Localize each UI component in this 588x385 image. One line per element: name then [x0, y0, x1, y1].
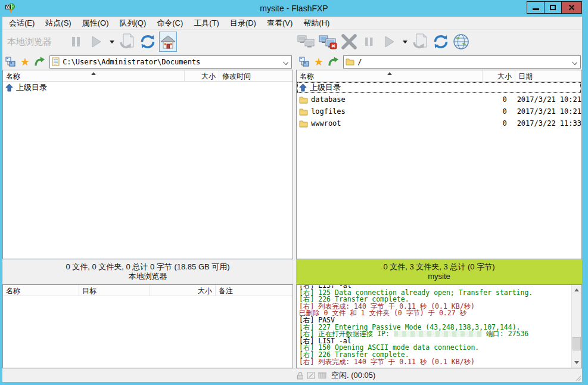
item-name: wwwroot: [311, 119, 341, 128]
sites-icon[interactable]: [299, 57, 310, 67]
dropdown-icon[interactable]: [403, 41, 407, 44]
local-status-title: 本地浏览器: [129, 272, 167, 281]
abort-icon: [341, 33, 357, 50]
list-item-上级目录[interactable]: 上级目录: [3, 82, 293, 94]
scroll-up-button[interactable]: [572, 285, 581, 295]
combo-chevron-icon[interactable]: [283, 60, 288, 65]
item-date: 2017/3/21 10:21: [512, 107, 581, 116]
remote-transfer-queue-button[interactable]: [412, 32, 430, 52]
remote-browser-button[interactable]: [452, 32, 470, 52]
chevron-down-icon: [574, 361, 579, 364]
scrollbar-thumb[interactable]: [573, 337, 581, 350]
column-header-target[interactable]: 目标: [79, 285, 150, 296]
queue-header: 名称 目标 大小 备注: [3, 285, 293, 296]
column-header-name[interactable]: 名称: [297, 70, 483, 81]
column-label: 名称: [6, 72, 20, 80]
list-item-wwwroot[interactable]: wwwroot02017/3/22 11:33: [297, 117, 581, 129]
item-name: logfiles: [311, 107, 346, 116]
idle-status-text: 空闲. (00:05): [331, 370, 375, 381]
menu-item-8[interactable]: 帮助(H): [298, 17, 335, 29]
list-item-上级目录[interactable]: 上级目录: [297, 82, 581, 94]
menu-item-6[interactable]: 目录(D): [225, 17, 262, 29]
combo-chevron-icon[interactable]: [572, 60, 577, 65]
scroll-down-button[interactable]: [572, 358, 581, 368]
notes-icon: [307, 371, 315, 380]
menu-item-0[interactable]: 会话(E): [4, 17, 40, 29]
folder-icon: [299, 120, 308, 128]
up-dir-icon: [5, 83, 13, 92]
status-bar: 空闲. (00:05): [2, 368, 582, 382]
document-icon: [52, 57, 60, 66]
flashfxp-window: mysite - FlashFXP 会话(E)站点(S)属性(O)队列(Q)命令…: [0, 0, 588, 385]
window-content: 会话(E)站点(S)属性(O)队列(Q)命令(C)工具(T)目录(D)查看(V)…: [2, 17, 582, 382]
column-header-name[interactable]: 名称: [3, 70, 185, 81]
remote-file-list: 名称 大小 日期 上级目录database02017/3/21 10:21log…: [296, 70, 582, 259]
refresh-icon: [139, 33, 156, 50]
remote-pause-button[interactable]: [360, 32, 378, 52]
menu-item-7[interactable]: 查看(V): [262, 17, 298, 29]
remote-disconnect-button[interactable]: [319, 32, 338, 52]
menu-item-2[interactable]: 属性(O): [77, 17, 114, 29]
minimize-button[interactable]: [527, 1, 545, 14]
remote-status-title: mysite: [428, 272, 450, 281]
column-header-modified[interactable]: 修改时间: [219, 70, 293, 81]
remote-refresh-button[interactable]: [432, 32, 450, 52]
remote-start-button[interactable]: [381, 32, 399, 52]
favorites-icon[interactable]: ★: [20, 57, 30, 67]
menu-item-3[interactable]: 队列(Q): [114, 17, 151, 29]
column-header-size[interactable]: 大小: [483, 70, 515, 81]
favorites-icon[interactable]: ★: [314, 57, 323, 67]
item-size: 0: [479, 95, 511, 104]
maximize-button[interactable]: [544, 1, 562, 14]
item-size: 0: [479, 107, 511, 116]
dropdown-icon[interactable]: [110, 41, 114, 44]
remote-abort-button[interactable]: [340, 32, 358, 52]
item-name: 上级目录: [310, 82, 341, 93]
log-line: [右] 列表完成: 140 字节 于 0.11 秒 (0.1 KB/秒): [299, 359, 571, 366]
list-item-logfiles[interactable]: logfiles02017/3/21 10:21: [297, 105, 581, 117]
column-header-name[interactable]: 名称: [3, 285, 79, 296]
session-log-panel[interactable]: [右] LIST -al[右] 125 Data connection alre…: [296, 284, 582, 368]
home-icon: [160, 34, 176, 50]
local-refresh-button[interactable]: [139, 32, 157, 52]
sort-asc-icon: [91, 72, 96, 75]
remote-connect-button[interactable]: [297, 32, 316, 52]
menu-item-5[interactable]: 工具(T): [188, 17, 225, 29]
resize-grip[interactable]: [574, 374, 581, 381]
local-file-list: 名称 大小 修改时间 上级目录: [2, 70, 293, 259]
menu-item-1[interactable]: 站点(S): [40, 17, 76, 29]
minimize-icon: [533, 8, 539, 10]
up-level-icon[interactable]: [34, 56, 45, 67]
item-name: 上级目录: [16, 82, 47, 93]
column-header-size[interactable]: 大小: [150, 285, 216, 296]
file-lists-row: 名称 大小 修改时间 上级目录 名称 大小 日期 上级目录dat: [2, 70, 582, 259]
column-header-date[interactable]: 日期: [515, 70, 581, 81]
chevron-up-icon: [574, 288, 579, 291]
local-path-combobox[interactable]: C:\Users\Administrator\Documents: [49, 55, 292, 69]
close-button[interactable]: [561, 1, 582, 14]
local-start-button[interactable]: [88, 32, 105, 52]
local-home-button[interactable]: [159, 32, 177, 52]
column-header-size[interactable]: 大小: [185, 70, 219, 81]
status-strip-row: 0 文件, 0 文件夹, 0 总计 0 字节 (18.85 GB 可用) 本地浏…: [2, 259, 582, 284]
local-transfer-queue-button[interactable]: [119, 32, 136, 52]
local-browser-label: 本地浏览器: [7, 36, 52, 48]
up-level-icon[interactable]: [328, 56, 339, 67]
menu-item-4[interactable]: 命令(C): [151, 17, 188, 29]
pause-icon: [365, 37, 374, 46]
log-scrollbar[interactable]: [571, 285, 581, 368]
folder-icon: [299, 108, 308, 116]
remote-path-text: /: [357, 58, 362, 66]
title-bar[interactable]: mysite - FlashFXP: [0, 0, 588, 17]
remote-toolbar: [296, 30, 582, 54]
column-header-remark[interactable]: 备注: [216, 285, 293, 296]
transfer-icon: [412, 33, 430, 51]
list-item-database[interactable]: database02017/3/21 10:21: [297, 94, 581, 105]
remote-status-strip: 0 文件, 3 文件夹, 3 总计 (0 字节) mysite: [296, 259, 582, 284]
globe-icon: [453, 33, 469, 50]
remote-path-combobox[interactable]: /: [343, 55, 581, 69]
local-pause-button[interactable]: [67, 32, 85, 52]
play-icon: [91, 36, 102, 48]
sites-icon[interactable]: [5, 57, 16, 67]
local-status-counts: 0 文件, 0 文件夹, 0 总计 0 字节 (18.85 GB 可用): [66, 262, 229, 272]
